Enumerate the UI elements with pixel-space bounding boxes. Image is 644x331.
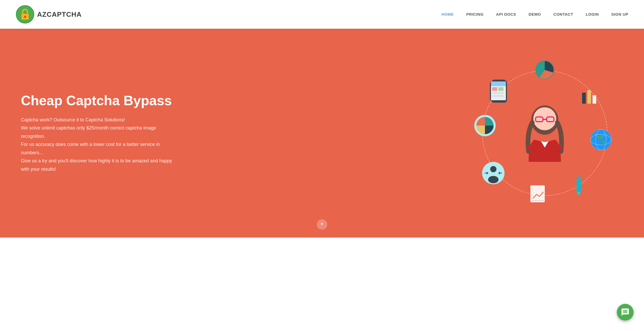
nav-link-demo[interactable]: DEMO xyxy=(529,12,541,16)
svg-rect-29 xyxy=(492,92,504,94)
hero-illustration xyxy=(466,55,623,211)
bar-chart-icon xyxy=(579,86,600,107)
svg-rect-8 xyxy=(593,95,596,104)
pie-chart-icon xyxy=(534,60,555,80)
svg-point-20 xyxy=(488,176,499,183)
svg-rect-4 xyxy=(25,17,26,18)
hero-description: Captcha work? Outsource it to Captcha So… xyxy=(21,116,178,174)
scroll-indicator[interactable] xyxy=(317,219,327,230)
svg-rect-16 xyxy=(530,185,545,202)
svg-rect-27 xyxy=(492,87,497,91)
globe-icon xyxy=(589,128,613,151)
svg-rect-7 xyxy=(587,90,591,104)
nav-item-signup[interactable]: SIGN UP xyxy=(611,12,628,17)
hero-content: Cheap Captcha Bypass Captcha work? Outso… xyxy=(21,93,178,173)
central-person xyxy=(519,99,571,167)
nav-link-pricing[interactable]: PRICING xyxy=(466,12,484,16)
logo-link[interactable]: AZCAPTCHA xyxy=(16,5,82,24)
nav-item-login[interactable]: LOGIN xyxy=(586,12,599,17)
svg-rect-6 xyxy=(582,93,586,104)
nav-item-home[interactable]: HOME xyxy=(442,12,454,17)
nav-item-demo[interactable]: DEMO xyxy=(529,12,541,17)
hero-title: Cheap Captcha Bypass xyxy=(21,93,178,109)
svg-marker-14 xyxy=(577,192,581,196)
nav-link-home[interactable]: HOME xyxy=(442,12,454,16)
nav-item-api-docs[interactable]: API DOCS xyxy=(496,12,516,17)
hero-section: Cheap Captcha Bypass Captcha work? Outso… xyxy=(0,29,644,238)
nav-link-api-docs[interactable]: API DOCS xyxy=(496,12,516,16)
svg-rect-30 xyxy=(492,95,504,97)
svg-point-19 xyxy=(490,166,496,172)
svg-rect-26 xyxy=(491,81,506,86)
logo-text: AZCAPTCHA xyxy=(37,10,82,19)
svg-rect-15 xyxy=(577,176,581,179)
svg-rect-28 xyxy=(498,87,504,91)
nav-item-pricing[interactable]: PRICING xyxy=(466,12,484,17)
tablet-icon xyxy=(487,78,511,104)
nav-item-contact[interactable]: CONTACT xyxy=(553,12,573,17)
nav-links: HOME PRICING API DOCS DEMO CONTACT LOGIN… xyxy=(442,12,628,17)
pen-icon xyxy=(568,175,589,196)
person-silhouette-icon xyxy=(482,162,505,184)
nav-link-contact[interactable]: CONTACT xyxy=(553,12,573,16)
navbar: AZCAPTCHA HOME PRICING API DOCS DEMO CON… xyxy=(0,0,644,29)
nav-link-login[interactable]: LOGIN xyxy=(586,12,599,16)
logo-icon xyxy=(16,5,34,24)
small-pie-icon xyxy=(474,115,496,136)
document-chart-icon xyxy=(526,183,550,206)
nav-link-signup[interactable]: SIGN UP xyxy=(611,12,628,16)
